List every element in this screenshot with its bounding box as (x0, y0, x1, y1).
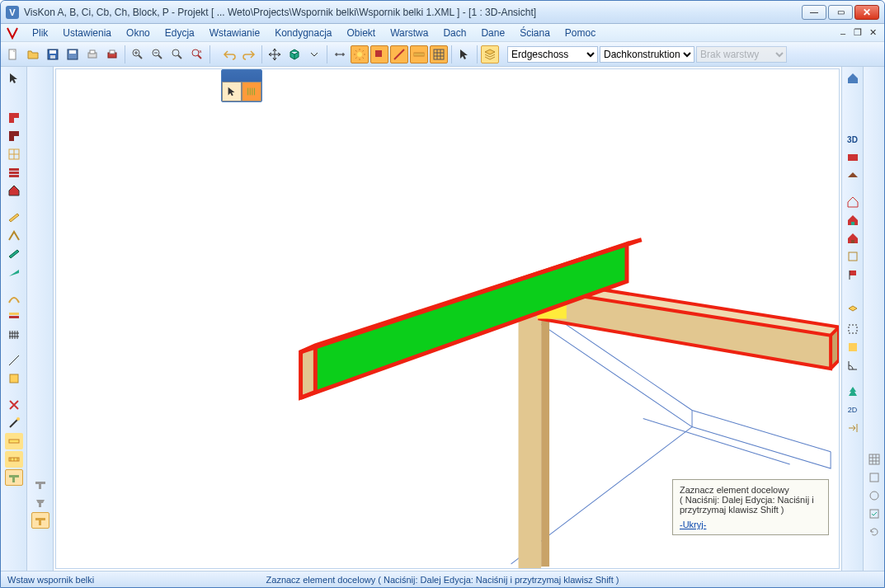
left-sidebar (1, 67, 27, 571)
redo-icon[interactable] (240, 45, 258, 64)
move-icon[interactable] (266, 45, 284, 64)
angle-icon[interactable] (844, 357, 862, 374)
svg-rect-54 (869, 454, 879, 464)
home-green-icon[interactable] (844, 212, 862, 228)
close-button[interactable]: ✕ (854, 5, 879, 20)
minimize-button[interactable]: — (802, 5, 826, 20)
dim-tool-icon[interactable] (331, 45, 349, 64)
undo-icon[interactable] (220, 45, 238, 64)
text-3d-icon[interactable]: 3D (844, 131, 862, 148)
menu-dach[interactable]: Dach (436, 26, 473, 40)
3d-viewport[interactable]: Zaznacz element docelowy ( Naciśnij: Dal… (55, 68, 840, 569)
float-pointer-icon[interactable] (222, 82, 242, 101)
stack-icon[interactable] (5, 308, 23, 324)
home2-icon[interactable] (844, 194, 862, 210)
svg-rect-2 (49, 50, 56, 54)
sun-icon[interactable] (351, 45, 369, 64)
pointer-icon[interactable] (5, 70, 23, 87)
floating-toolbar[interactable] (221, 69, 262, 102)
variant-a-icon[interactable] (31, 476, 49, 492)
tooltip-hide-link[interactable]: -Ukryj- (680, 520, 706, 529)
box-outline-icon[interactable] (844, 248, 862, 265)
construction-combo[interactable]: Dachkonstruktion (600, 46, 694, 63)
print-preview-icon[interactable] (83, 45, 101, 64)
tree-icon[interactable] (844, 383, 862, 400)
mdi-close-button[interactable]: ✕ (866, 27, 879, 39)
house-icon[interactable] (5, 182, 23, 199)
zoom-fit-icon[interactable] (168, 45, 186, 64)
variant-c-icon[interactable] (31, 512, 49, 529)
svg-rect-47 (848, 154, 858, 161)
menu-obiekt[interactable]: Obiekt (341, 26, 383, 40)
ruler-bg-icon[interactable] (5, 433, 23, 449)
window-grid-icon[interactable] (5, 146, 23, 162)
circle-icon[interactable] (865, 487, 883, 504)
corner-red-icon[interactable] (5, 110, 23, 126)
beam-support-icon[interactable] (5, 469, 23, 486)
app-icon: V (6, 6, 19, 19)
grid-tool-icon[interactable] (430, 45, 448, 64)
new-file-icon[interactable] (4, 45, 22, 64)
export-icon[interactable] (844, 420, 862, 436)
face-select-icon[interactable] (844, 303, 862, 319)
home-brown-icon[interactable] (844, 230, 862, 247)
menu-kondygnacja[interactable]: Kondygnacja (268, 26, 338, 40)
slanted-green-icon[interactable] (5, 263, 23, 280)
save-as-icon[interactable] (64, 45, 82, 64)
wizard-icon[interactable] (5, 415, 23, 431)
mdi-minimize-button[interactable]: – (836, 27, 850, 39)
menu-warstwa[interactable]: Warstwa (384, 26, 435, 40)
layers-icon[interactable] (481, 45, 499, 64)
flag-icon[interactable] (844, 266, 862, 283)
edge-tool-icon[interactable] (390, 45, 408, 64)
beam-yellow-icon[interactable] (5, 209, 23, 225)
open-file-icon[interactable] (24, 45, 42, 64)
mdi-restore-button[interactable]: ❐ (851, 27, 864, 39)
ruler2-icon[interactable] (5, 451, 23, 468)
zoom-out-icon[interactable] (148, 45, 167, 64)
variant-b-icon[interactable] (31, 494, 49, 510)
print-icon[interactable] (103, 45, 121, 64)
line-icon[interactable] (5, 352, 23, 369)
svg-point-15 (357, 52, 362, 57)
cube-icon[interactable] (285, 45, 304, 64)
rafter-icon[interactable] (5, 227, 23, 243)
shadow-tool-icon[interactable] (370, 45, 388, 64)
bricks-icon[interactable] (5, 164, 23, 181)
wall-red-icon[interactable] (844, 149, 862, 166)
maximize-button[interactable]: ▭ (828, 5, 853, 20)
float-grid-icon[interactable] (242, 82, 261, 101)
checkbox-icon[interactable] (865, 506, 883, 522)
menu-edycja[interactable]: Edycja (158, 26, 201, 40)
zoom-window-icon[interactable]: a (188, 45, 206, 64)
green-beam-icon[interactable] (5, 245, 23, 261)
menu-plik[interactable]: Plik (26, 26, 54, 40)
fence-icon[interactable] (5, 326, 23, 342)
grid-small-icon[interactable] (865, 451, 883, 468)
measure-tool-icon[interactable] (410, 45, 428, 64)
corner-dark-icon[interactable] (5, 128, 23, 144)
select-arrow-icon[interactable] (455, 45, 473, 64)
menu-sciana[interactable]: Ściana (513, 26, 557, 40)
menu-wstawianie[interactable]: Wstawianie (203, 26, 266, 40)
home-icon[interactable] (844, 70, 862, 87)
menu-pomoc[interactable]: Pomoc (558, 26, 602, 40)
zoom-in-icon[interactable] (129, 45, 147, 64)
refresh-icon[interactable] (865, 524, 883, 540)
menu-okno[interactable]: Okno (120, 26, 157, 40)
layer-combo[interactable]: Brak warstwy (696, 46, 787, 63)
dropdown-icon[interactable] (305, 45, 323, 64)
square-icon[interactable] (865, 469, 883, 486)
menu-dane[interactable]: Dane (474, 26, 511, 40)
roof-brown-icon[interactable] (844, 167, 862, 184)
profile-icon[interactable] (5, 370, 23, 387)
menu-ustawienia[interactable]: Ustawienia (56, 26, 118, 40)
shape-yellow-icon[interactable] (844, 339, 862, 355)
arc-icon[interactable] (5, 289, 23, 306)
svg-rect-20 (9, 168, 19, 171)
save-icon[interactable] (44, 45, 62, 64)
floor-combo[interactable]: Erdgeschoss (507, 46, 598, 63)
select-box-icon[interactable] (844, 321, 862, 337)
delete-icon[interactable] (5, 397, 23, 413)
label-2d-icon[interactable]: 2D (844, 402, 862, 418)
